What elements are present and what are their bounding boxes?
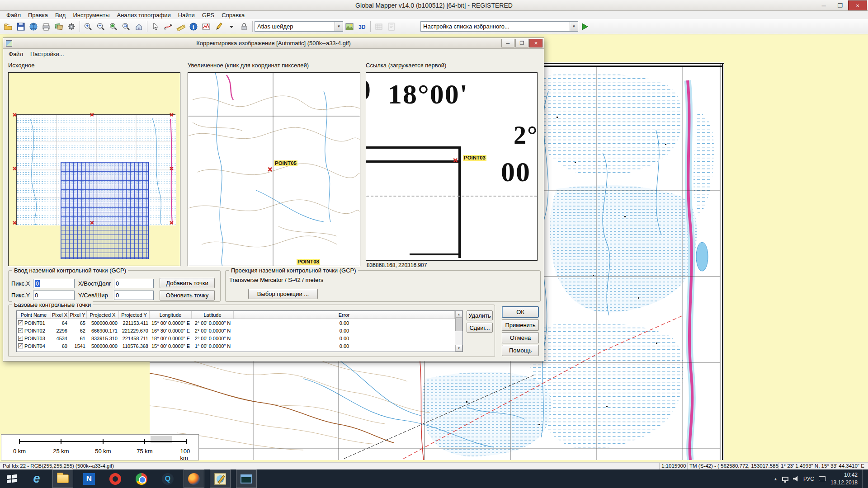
favorites-dropdown-icon[interactable]: ▼ <box>570 22 578 31</box>
main-menu-item-6[interactable]: GPS <box>198 12 218 19</box>
grid-tool-button[interactable] <box>373 20 385 33</box>
dialog-minimize-button[interactable]: ─ <box>501 39 514 47</box>
clock[interactable]: 10:42 13.12.2018 <box>830 471 858 486</box>
zoom-in-button[interactable] <box>82 20 94 33</box>
column-header-1[interactable]: Pixel X <box>51 311 69 319</box>
cancel-button[interactable]: Отмена <box>502 332 539 343</box>
help-button[interactable]: Помощь <box>502 345 539 356</box>
maximize-button[interactable]: ❐ <box>832 0 848 10</box>
ok-button[interactable]: ОК <box>502 306 539 318</box>
point-enabled-checkbox[interactable]: ✓ <box>18 328 23 333</box>
tray-expand-icon[interactable]: ▲ <box>774 477 778 481</box>
main-menu-item-0[interactable]: Файл <box>3 12 24 19</box>
main-menu-item-2[interactable]: Вид <box>52 12 70 19</box>
zoom-image-panel[interactable]: POINT05 × POINT08 <box>188 72 360 266</box>
scroll-thumb[interactable] <box>455 318 462 331</box>
taskbar-global-mapper-button[interactable] <box>210 469 231 488</box>
gcp-marker-icon[interactable]: × <box>268 167 273 173</box>
keyboard-icon[interactable] <box>819 476 826 481</box>
gcp-table-row[interactable]: ✓POINT04601541500000.000110576.36815° 00… <box>17 342 455 350</box>
main-titlebar[interactable]: Global Mapper v14.0 (b100512) [64-bit] -… <box>0 0 868 11</box>
terrain-shading-button[interactable] <box>343 20 356 33</box>
lock-views-button[interactable] <box>238 20 250 33</box>
show-desktop-button[interactable] <box>862 469 866 488</box>
zoom-out-button[interactable] <box>94 20 107 33</box>
taskbar-onenote-button[interactable]: N <box>79 469 99 488</box>
gcp-table-scrollbar[interactable]: ▲ ▼ <box>455 311 462 352</box>
full-extent-button[interactable] <box>107 20 120 33</box>
column-header-3[interactable]: Projected X <box>87 311 119 319</box>
digitizer-tool-button[interactable] <box>162 20 175 33</box>
dialog-maximize-button[interactable]: ❐ <box>515 39 528 47</box>
volume-icon[interactable] <box>793 476 799 482</box>
shader-combobox[interactable]: Atlas шейдер ▼ <box>255 21 343 32</box>
taskbar-firefox-button[interactable] <box>184 469 204 488</box>
scroll-down-icon[interactable]: ▼ <box>455 345 462 352</box>
zoom-previous-button[interactable] <box>132 20 145 33</box>
source-image-panel[interactable]: × × × × × × × × <box>8 72 180 266</box>
column-header-7[interactable]: Error <box>234 311 455 319</box>
add-point-button[interactable]: Добавить точки <box>160 278 215 288</box>
dialog-close-button[interactable]: × <box>529 39 542 47</box>
gcp-marker-icon[interactable]: × <box>90 112 94 117</box>
main-menu-item-5[interactable]: Найти <box>175 12 198 19</box>
point-enabled-checkbox[interactable]: ✓ <box>18 336 23 341</box>
gcp-marker-icon[interactable]: × <box>90 220 94 225</box>
point-enabled-checkbox[interactable]: ✓ <box>18 320 23 325</box>
update-point-button[interactable]: Обновить точку <box>160 290 215 300</box>
main-menu-item-7[interactable]: Справка <box>218 12 248 19</box>
column-header-2[interactable]: Pixel Y <box>69 311 87 319</box>
column-header-6[interactable]: Latitude <box>192 311 234 319</box>
language-indicator[interactable]: РУС <box>803 476 814 482</box>
minimize-button[interactable]: ─ <box>816 0 832 10</box>
pixel-y-input[interactable]: 0 <box>33 291 75 300</box>
pixel-x-input[interactable]: 0 <box>33 279 75 288</box>
gcp-table-row[interactable]: ✓POINT016465500000.000221153.41115° 00' … <box>17 319 455 327</box>
taskbar-search-button[interactable]: Q <box>157 469 178 488</box>
dialog-menu-item-1[interactable]: Настройки... <box>27 51 68 57</box>
run-favorite-button[interactable] <box>578 20 591 33</box>
measure-tool-button[interactable] <box>175 20 187 33</box>
point-enabled-checkbox[interactable]: ✓ <box>18 343 23 348</box>
gcp-marker-icon[interactable]: × <box>453 158 458 164</box>
column-header-4[interactable]: Projected Y <box>119 311 150 319</box>
path-profile-button[interactable] <box>200 20 212 33</box>
gcp-marker-icon[interactable]: × <box>13 165 17 171</box>
gcp-marker-icon[interactable]: × <box>170 112 174 117</box>
dialog-titlebar[interactable]: Корректировка изображения [Automatic] (5… <box>3 38 544 49</box>
dialog-menu-item-0[interactable]: Файл <box>5 51 27 57</box>
gcp-marker-icon[interactable]: × <box>13 112 17 117</box>
column-header-5[interactable]: Longitude <box>150 311 192 319</box>
shader-dropdown-icon[interactable]: ▼ <box>335 22 343 31</box>
main-menu-item-1[interactable]: Правка <box>24 12 52 19</box>
favorites-combobox[interactable]: Настройка списка избранного... ▼ <box>420 21 578 32</box>
north-input[interactable]: 0 <box>114 291 154 300</box>
gcp-table-row[interactable]: ✓POINT02229662666900.171221229.67016° 30… <box>17 327 455 334</box>
choose-projection-button[interactable]: Выбор проекции ... <box>248 289 318 299</box>
select-tool-button[interactable] <box>149 20 162 33</box>
taskbar-explorer-button[interactable] <box>52 469 73 488</box>
start-button[interactable] <box>0 469 24 488</box>
taskbar-opera-button[interactable] <box>105 469 126 488</box>
apply-button[interactable]: Применить <box>502 319 539 331</box>
close-button[interactable]: × <box>848 0 867 10</box>
gcp-table-row[interactable]: ✓POINT03453461833915.310221458.71118° 00… <box>17 334 455 342</box>
configuration-button[interactable] <box>65 20 78 33</box>
shift-button[interactable]: Сдвиг... <box>467 323 493 333</box>
column-header-0[interactable]: Point Name <box>17 311 51 319</box>
workspace-button[interactable] <box>27 20 40 33</box>
taskbar-chrome-button[interactable] <box>131 469 152 488</box>
gcp-marker-icon[interactable]: × <box>170 165 174 171</box>
zoom-window-button[interactable] <box>120 20 132 33</box>
script-tool-button[interactable] <box>385 20 398 33</box>
taskbar-window-app-button[interactable] <box>236 469 257 488</box>
east-input[interactable]: 0 <box>114 279 154 288</box>
save-button[interactable] <box>14 20 27 33</box>
reference-image-panel[interactable]: 0 18°00' 2° 00 × POINT03 <box>366 72 538 261</box>
taskbar-ie-button[interactable]: e <box>26 469 47 488</box>
delete-point-button[interactable]: Удалить <box>467 310 493 320</box>
main-menu-item-3[interactable]: Инструменты <box>69 12 113 19</box>
gcp-marker-icon[interactable]: × <box>170 220 174 225</box>
view-3d-button[interactable]: 3D <box>356 20 368 33</box>
main-menu-item-4[interactable]: Анализ топографии <box>113 12 174 19</box>
